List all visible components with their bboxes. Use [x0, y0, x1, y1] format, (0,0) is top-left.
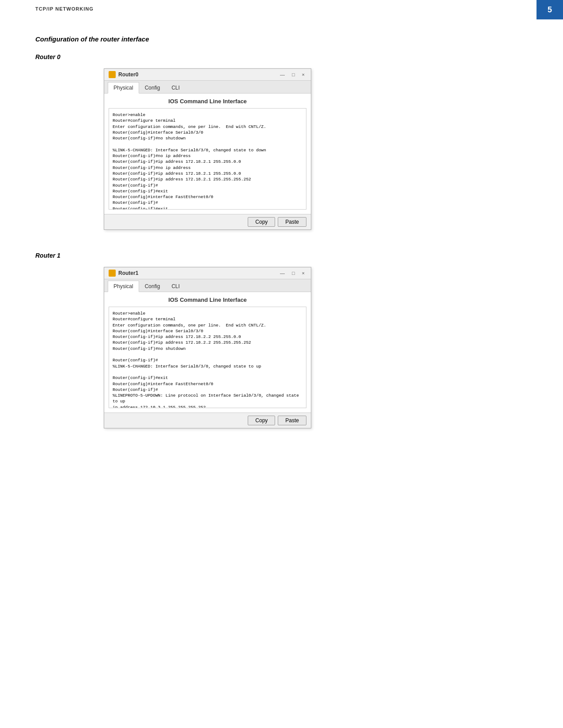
router0-footer: Copy Paste [104, 214, 311, 229]
page-number: 5 [537, 0, 563, 19]
router1-ios-title: IOS Command Line Interface [109, 296, 306, 303]
section-title: Configuration of the router interface [35, 35, 528, 43]
router1-paste-button[interactable]: Paste [278, 416, 306, 425]
router1-cli-terminal[interactable]: Router>enable Router#configure terminal … [109, 307, 306, 408]
router1-copy-button[interactable]: Copy [248, 416, 275, 425]
router1-tab-config[interactable]: Config [139, 281, 166, 292]
router1-tabs: Physical Config CLI [104, 279, 311, 292]
router0-label: Router 0 [35, 53, 528, 60]
router0-window: Router0 — □ × Physical Config CLI IOS Co… [104, 68, 311, 230]
router0-title-left: Router0 [109, 71, 138, 78]
router0-cli-terminal[interactable]: Router>enable Router#configure terminal … [109, 108, 306, 210]
router0-paste-button[interactable]: Paste [278, 217, 306, 227]
router0-content: IOS Command Line Interface Router>enable… [104, 94, 311, 214]
router1-title-left: Router1 [109, 270, 138, 277]
page-header: TCP/IP NETWORKING [35, 6, 94, 11]
router0-icon [109, 71, 116, 78]
router1-window: Router1 — □ × Physical Config CLI IOS Co… [104, 267, 311, 428]
router0-ios-title: IOS Command Line Interface [109, 98, 306, 105]
router1-icon [109, 270, 116, 277]
router1-minimize[interactable]: — [278, 270, 287, 276]
router1-maximize[interactable]: □ [290, 270, 297, 276]
router0-close[interactable]: × [300, 72, 306, 77]
router0-window-title: Router0 [118, 71, 138, 78]
router0-maximize[interactable]: □ [290, 72, 297, 77]
router1-label: Router 1 [35, 252, 528, 259]
router0-tab-config[interactable]: Config [139, 82, 166, 93]
router1-tab-cli[interactable]: CLI [166, 281, 185, 292]
router0-copy-button[interactable]: Copy [248, 217, 275, 227]
router1-close[interactable]: × [300, 270, 306, 276]
router0-minimize[interactable]: — [278, 72, 287, 77]
router0-tab-physical[interactable]: Physical [108, 82, 139, 94]
router0-tab-cli[interactable]: CLI [166, 82, 185, 93]
router0-window-controls: — □ × [278, 72, 306, 77]
router1-footer: Copy Paste [104, 413, 311, 428]
router1-window-controls: — □ × [278, 270, 306, 276]
router1-tab-physical[interactable]: Physical [108, 281, 139, 292]
router0-titlebar: Router0 — □ × [104, 69, 311, 81]
router1-content: IOS Command Line Interface Router>enable… [104, 292, 311, 413]
router0-tabs: Physical Config CLI [104, 81, 311, 94]
router1-titlebar: Router1 — □ × [104, 267, 311, 279]
router1-window-title: Router1 [118, 270, 138, 276]
